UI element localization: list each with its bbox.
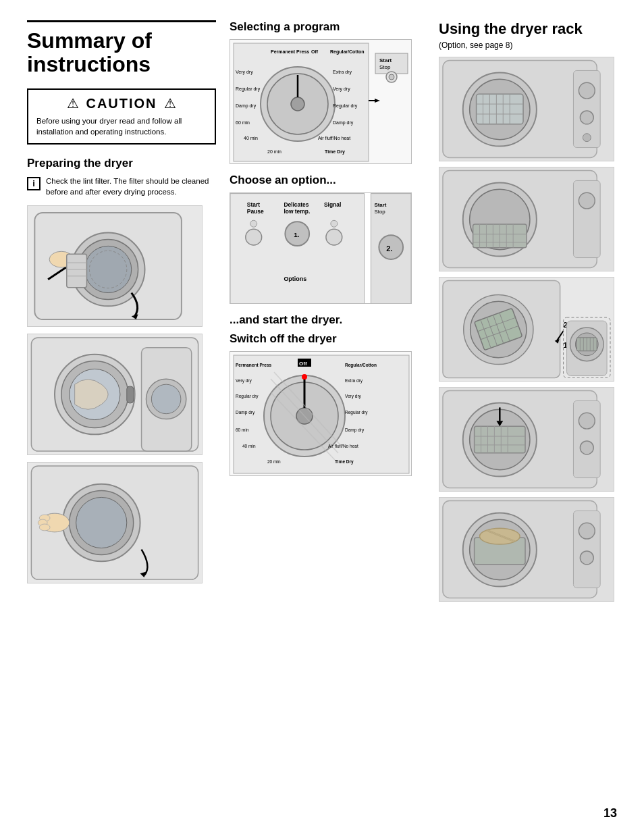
svg-point-33 — [291, 97, 304, 111]
caution-header: ⚠ CAUTION ⚠ — [36, 95, 207, 111]
dial-svg: Permanent Press Off Regular/Cotton Very … — [230, 40, 412, 164]
rack-svg-5 — [439, 497, 614, 602]
col-mid: Selecting a program Permanent Press — [230, 20, 439, 602]
svg-point-23 — [76, 497, 127, 548]
col-left: Summary of instructions ⚠ CAUTION ⚠ Befo… — [27, 20, 230, 602]
svg-text:Air fluff/No heat: Air fluff/No heat — [318, 136, 350, 140]
svg-text:Regular dry: Regular dry — [333, 103, 358, 109]
svg-rect-159 — [475, 426, 525, 453]
svg-text:20 min: 20 min — [267, 149, 281, 154]
dryer-svg-3 — [28, 463, 202, 583]
svg-text:60 min: 60 min — [236, 427, 249, 432]
svg-text:Damp dry: Damp dry — [236, 103, 257, 109]
svg-text:Regular dry: Regular dry — [345, 410, 368, 415]
svg-text:Options: Options — [284, 276, 306, 282]
svg-point-170 — [580, 441, 593, 454]
rack-title: Using the dryer rack — [439, 20, 617, 38]
svg-text:Off: Off — [299, 361, 307, 367]
svg-point-67 — [331, 220, 338, 227]
svg-text:Start: Start — [247, 201, 260, 208]
dryer-svg-1 — [28, 206, 202, 326]
svg-text:Start: Start — [374, 202, 386, 208]
svg-point-3 — [85, 246, 132, 292]
svg-point-113 — [579, 82, 595, 99]
svg-point-182 — [579, 523, 595, 539]
rack-svg-4 — [439, 387, 614, 492]
svg-text:Very dry: Very dry — [236, 70, 253, 75]
svg-point-66 — [250, 220, 257, 227]
svg-text:Damp dry: Damp dry — [345, 427, 365, 433]
svg-text:Regular/Cotton: Regular/Cotton — [345, 363, 377, 368]
svg-point-114 — [580, 111, 593, 124]
col-right: Using the dryer rack (Option, see page 8… — [439, 20, 617, 602]
svg-text:Permanent Press: Permanent Press — [236, 363, 271, 367]
svg-text:40 min: 40 min — [242, 444, 256, 448]
svg-text:Extra dry: Extra dry — [345, 378, 363, 384]
rack-image-4 — [439, 387, 614, 492]
svg-text:Regular dry: Regular dry — [236, 394, 259, 399]
svg-point-27 — [39, 524, 50, 531]
svg-rect-50 — [375, 53, 408, 74]
switch-off-svg: Off Permanent Press Regular/Cotton Very … — [230, 352, 412, 476]
info-icon: i — [27, 177, 41, 190]
svg-text:Off: Off — [311, 49, 319, 54]
svg-text:Permanent Press: Permanent Press — [271, 49, 309, 54]
selecting-program-image: Permanent Press Off Regular/Cotton Very … — [230, 39, 412, 164]
svg-rect-6 — [67, 254, 87, 287]
caution-title: CAUTION — [86, 96, 157, 111]
page-number: 13 — [603, 806, 617, 820]
warning-triangle-right: ⚠ — [164, 95, 176, 111]
svg-text:low temp.: low temp. — [284, 208, 310, 215]
svg-text:Damp dry: Damp dry — [333, 120, 354, 126]
dryer-image-1 — [27, 205, 203, 327]
svg-text:Time Dry: Time Dry — [335, 459, 354, 465]
switch-off-title: Switch off the dryer — [230, 332, 425, 346]
dryer-image-2 — [27, 334, 203, 455]
svg-rect-15 — [127, 386, 134, 403]
start-dryer-title: ...and start the dryer. — [230, 313, 425, 327]
caution-text: Before using your dryer read and follow … — [36, 115, 207, 137]
svg-text:Stop: Stop — [379, 64, 391, 70]
choose-option-title: Choose an option... — [230, 174, 425, 187]
dryer-image-3 — [27, 462, 203, 583]
svg-text:Very dry: Very dry — [333, 86, 350, 92]
svg-text:1.: 1. — [294, 231, 300, 238]
svg-point-65 — [326, 229, 342, 245]
svg-text:Pause: Pause — [247, 208, 264, 215]
caution-box: ⚠ CAUTION ⚠ Before using your dryer read… — [27, 88, 216, 144]
svg-point-183 — [580, 551, 593, 565]
rack-image-5 — [439, 497, 614, 602]
options-svg: Start Pause Delicates low temp. Signal 1… — [230, 193, 411, 304]
rack-image-1 — [439, 57, 614, 161]
svg-text:Regular/Cotton: Regular/Cotton — [330, 49, 365, 55]
svg-point-115 — [583, 134, 591, 142]
svg-point-54 — [389, 74, 394, 80]
warning-triangle-left: ⚠ — [67, 95, 79, 111]
svg-text:Signal: Signal — [324, 201, 341, 208]
svg-text:40 min: 40 min — [244, 136, 258, 140]
svg-text:Time Dry: Time Dry — [325, 149, 345, 155]
rack-svg-1 — [439, 57, 614, 161]
svg-point-62 — [246, 229, 262, 245]
svg-text:Delicates: Delicates — [284, 201, 308, 208]
rack-svg-3: 2. 1. — [439, 277, 614, 382]
svg-point-80 — [302, 374, 307, 380]
svg-text:Regular dry: Regular dry — [236, 86, 261, 92]
svg-text:2.: 2. — [386, 244, 392, 253]
info-box: i Check the lint filter. The filter shou… — [27, 176, 216, 197]
svg-point-19 — [151, 384, 181, 414]
svg-text:20 min: 20 min — [267, 459, 281, 464]
rack-image-2 — [439, 167, 614, 271]
rack-subtitle: (Option, see page 8) — [439, 41, 617, 50]
svg-text:60 min: 60 min — [236, 120, 250, 125]
page-title: Summary of instructions — [27, 20, 216, 76]
info-text: Check the lint filter. The filter should… — [46, 176, 216, 197]
selecting-program-title: Selecting a program — [230, 20, 425, 34]
rack-svg-2 — [439, 167, 614, 271]
svg-text:Very dry: Very dry — [236, 378, 252, 384]
svg-text:Very dry: Very dry — [345, 394, 362, 399]
svg-text:Damp dry: Damp dry — [236, 410, 255, 415]
options-image: Start Pause Delicates low temp. Signal 1… — [230, 192, 412, 304]
dryer-svg-2 — [28, 334, 202, 454]
preparing-dryer-title: Preparing the dryer — [27, 157, 216, 170]
